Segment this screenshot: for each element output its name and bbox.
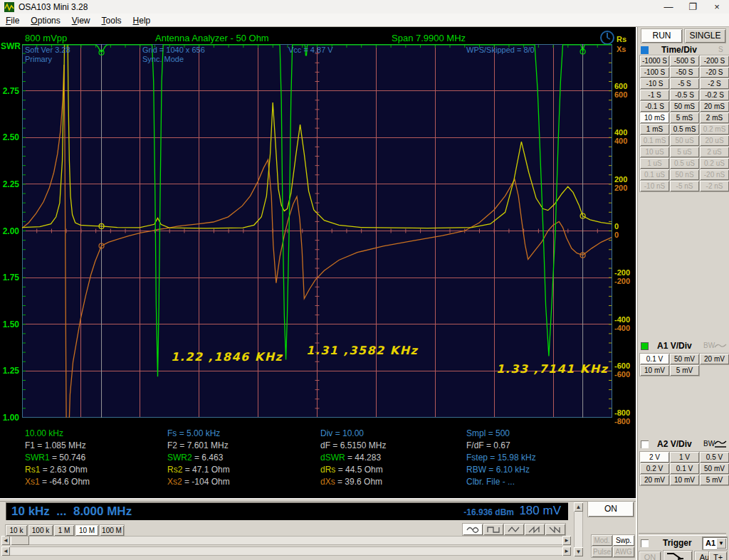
splitter-bar[interactable] (0, 498, 636, 502)
scroll-left-icon[interactable]: ◄ (1, 546, 10, 556)
timediv-button-0.2ms[interactable]: 0.2 mS (700, 124, 729, 134)
timediv-button-2us[interactable]: 2 uS (700, 147, 729, 157)
timediv-button-0.5ms[interactable]: 0.5 mS (670, 124, 699, 134)
trigger-source-dropdown[interactable]: A1 ▼ (703, 537, 727, 549)
scroll-right-icon[interactable]: ► (562, 536, 571, 545)
a1-vdiv-button-5mv[interactable]: 5 mV (670, 365, 699, 376)
timediv-button-50ms[interactable]: 50 mS (670, 101, 699, 112)
scroll-right-icon[interactable]: ► (562, 546, 571, 556)
timediv-button--2s[interactable]: -2 S (700, 78, 729, 89)
a2-vdiv-button-0.2v[interactable]: 0.2 V (640, 463, 669, 474)
timediv-button-20us[interactable]: 20 uS (700, 135, 729, 146)
timediv-button-5ms[interactable]: 5 mS (670, 112, 699, 123)
a2-vdiv-button-10mv[interactable]: 10 mV (670, 475, 699, 485)
a2-enable-checkbox[interactable] (641, 440, 649, 448)
timediv-button-5us[interactable]: 5 uS (670, 147, 699, 157)
trigger-slope-button[interactable] (664, 551, 692, 560)
timediv-button--20ns[interactable]: -20 nS (700, 169, 729, 180)
chevron-down-icon[interactable]: ▼ (716, 538, 726, 549)
timediv-button-50us[interactable]: 50 uS (670, 135, 699, 146)
timediv-button--5s[interactable]: -5 S (670, 78, 699, 89)
timediv-button-0.2us[interactable]: 0.2 uS (700, 158, 729, 169)
frequency-scrollbar[interactable]: ◄ ► (1, 536, 571, 545)
timediv-button--50s[interactable]: -50 S (670, 67, 699, 78)
timediv-button--1s[interactable]: -1 S (640, 90, 669, 100)
range-button-1m[interactable]: 1 M (54, 525, 74, 536)
timediv-button--10s[interactable]: -10 S (640, 78, 669, 89)
trigger-on-button[interactable]: ON (639, 551, 661, 560)
mode-button-mod[interactable]: Mod. (592, 535, 612, 546)
timediv-button-20ms[interactable]: 20 mS (700, 101, 729, 112)
a2-vdiv-button-2v[interactable]: 2 V (640, 452, 669, 463)
waveform-triangle-button[interactable] (504, 524, 524, 535)
range-button-10k[interactable]: 10 k (6, 525, 27, 536)
level-scrollbar[interactable]: ◄ ► (1, 546, 571, 556)
range-button-100k[interactable]: 100 k (28, 525, 53, 536)
a1-vdiv-button-50mv[interactable]: 50 mV (670, 354, 699, 364)
menu-view[interactable]: View (66, 14, 96, 27)
mode-button-awg[interactable]: AWG (613, 546, 634, 557)
a2-vdiv-button-50mv[interactable]: 50 mV (700, 463, 729, 474)
range-button-100m[interactable]: 100 M (100, 525, 124, 536)
a2-vdiv-button-20mv[interactable]: 20 mV (640, 475, 669, 485)
scrollbar-thumb[interactable] (11, 536, 29, 545)
a2-vdiv-button-1v[interactable]: 1 V (670, 452, 699, 463)
trigger-tplus-button[interactable]: T+ (709, 551, 727, 560)
timediv-button-10ms[interactable]: 10 mS (640, 112, 669, 123)
menu-options[interactable]: Options (25, 14, 65, 27)
range-button-10m[interactable]: 10 M (75, 525, 98, 536)
a1-vdiv-button-20mv[interactable]: 20 mV (700, 354, 729, 364)
timediv-button-0.1us[interactable]: 0.1 uS (640, 169, 669, 180)
spin-up-icon[interactable]: ▲ (574, 502, 583, 512)
run-button[interactable]: RUN (641, 29, 682, 43)
timediv-button-50ns[interactable]: 50 nS (670, 169, 699, 180)
timediv-button--100s[interactable]: -100 S (640, 67, 669, 78)
mode-button-swp[interactable]: Swp. (613, 535, 634, 546)
a2-vdiv-button-0.5v[interactable]: 0.5 V (700, 452, 729, 463)
timediv-button--500s[interactable]: -500 S (670, 56, 699, 66)
timediv-button-0.1ms[interactable]: 0.1 mS (640, 135, 669, 146)
a2-title: A2 V/Div (657, 439, 692, 449)
trigger-enable-checkbox[interactable] (641, 539, 649, 547)
a2-vdiv-button-0.1v[interactable]: 0.1 V (670, 463, 699, 474)
timediv-button-1ms[interactable]: 1 mS (640, 124, 669, 134)
menu-file[interactable]: File (0, 14, 25, 27)
timediv-button--5ns[interactable]: -5 nS (670, 181, 699, 191)
close-button[interactable]: × (705, 0, 729, 14)
timediv-button-1us[interactable]: 1 uS (640, 158, 669, 169)
a1-enable-checkbox[interactable] (641, 342, 649, 350)
menu-tools[interactable]: Tools (96, 14, 127, 27)
timediv-button--10ns[interactable]: -10 nS (640, 181, 669, 191)
a2-vdiv-button-5mv[interactable]: 5 mV (700, 475, 729, 485)
timediv-button-2ms[interactable]: 2 mS (700, 112, 729, 123)
swr-tick-label: 2.00 (1, 226, 19, 236)
waveform-ramp-down-button[interactable] (545, 524, 565, 535)
waveform-sine-button[interactable] (463, 524, 483, 535)
timediv-button--0.2s[interactable]: -0.2 S (700, 90, 729, 100)
a1-bw-icon[interactable] (714, 342, 727, 349)
timediv-button-0.5us[interactable]: 0.5 uS (670, 158, 699, 169)
spin-down-icon[interactable]: ▼ (574, 547, 583, 556)
timediv-button--200s[interactable]: -200 S (700, 56, 729, 66)
waveform-ramp-up-button[interactable] (525, 524, 545, 535)
plot-text-soft-ver: Soft Ver 3.28 (25, 46, 70, 54)
timediv-button-10us[interactable]: 10 uS (640, 147, 669, 157)
timediv-button--0.1s[interactable]: -0.1 S (640, 101, 669, 112)
waveform-square-button[interactable] (483, 524, 503, 535)
a2-bw-icon[interactable] (714, 439, 727, 448)
a1-vdiv-button-0.1v[interactable]: 0.1 V (640, 354, 669, 364)
a1-vdiv-button-10mv[interactable]: 10 mV (640, 365, 669, 376)
scroll-left-icon[interactable]: ◄ (1, 536, 10, 545)
level-spinner[interactable]: ▲ ▼ (574, 502, 583, 556)
single-button[interactable]: SINGLE (685, 29, 725, 43)
menu-help[interactable]: Help (127, 14, 157, 27)
output-on-button[interactable]: ON (588, 502, 634, 517)
timediv-button--1000s[interactable]: -1000 S (640, 56, 669, 66)
mode-button-pulse[interactable]: Pulse (592, 546, 612, 557)
minimize-button[interactable]: — (656, 0, 681, 14)
timediv-button--20s[interactable]: -20 S (700, 67, 729, 78)
timediv-button--2ns[interactable]: -2 nS (700, 181, 729, 191)
restore-button[interactable]: ❐ (681, 0, 705, 14)
status-label: 10.00 kHz (25, 428, 63, 438)
timediv-button--0.5s[interactable]: -0.5 S (670, 90, 699, 100)
